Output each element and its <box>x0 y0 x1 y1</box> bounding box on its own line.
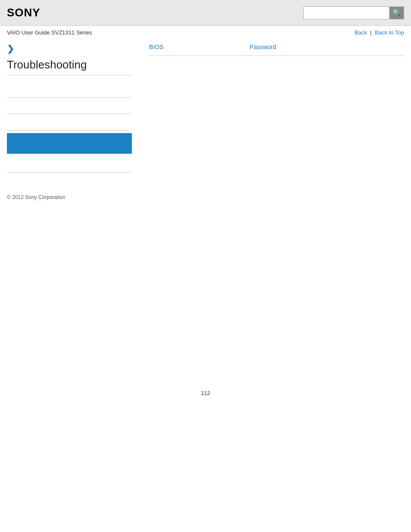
header: SONY 🔍 <box>0 0 411 26</box>
sony-logo: SONY <box>7 6 40 19</box>
bios-link[interactable]: BIOS <box>149 44 163 50</box>
content-links: BIOS Password <box>149 44 404 56</box>
copyright-text: © 2012 Sony Corporation <box>7 194 65 200</box>
search-button[interactable]: 🔍 <box>389 6 404 19</box>
search-icon: 🔍 <box>392 9 401 17</box>
footer: © 2012 Sony Corporation <box>0 186 411 209</box>
sidebar: ❯ Troubleshooting <box>7 44 140 173</box>
sidebar-item-3 <box>7 114 132 131</box>
back-link[interactable]: Back <box>355 29 367 36</box>
search-area: 🔍 <box>303 6 404 19</box>
sidebar-item-2 <box>7 98 132 114</box>
search-input[interactable] <box>303 6 389 19</box>
sidebar-highlight-item[interactable] <box>7 133 132 154</box>
back-to-top-link[interactable]: Back to Top <box>375 29 404 36</box>
main-content: ❯ Troubleshooting BIOS Password <box>0 39 411 173</box>
sidebar-item-1 <box>7 81 132 98</box>
nav-bar: VAIO User Guide SVZ1311 Series Back | Ba… <box>0 26 411 39</box>
nav-links: Back | Back to Top <box>355 29 404 36</box>
nav-separator: | <box>370 29 371 36</box>
sidebar-title: Troubleshooting <box>7 58 132 75</box>
breadcrumb: VAIO User Guide SVZ1311 Series <box>7 29 92 36</box>
page-number: 112 <box>0 381 411 405</box>
chevron-icon: ❯ <box>7 44 132 54</box>
content-area: BIOS Password <box>140 44 404 173</box>
sidebar-item-bottom <box>7 156 132 173</box>
password-link[interactable]: Password <box>249 44 276 50</box>
